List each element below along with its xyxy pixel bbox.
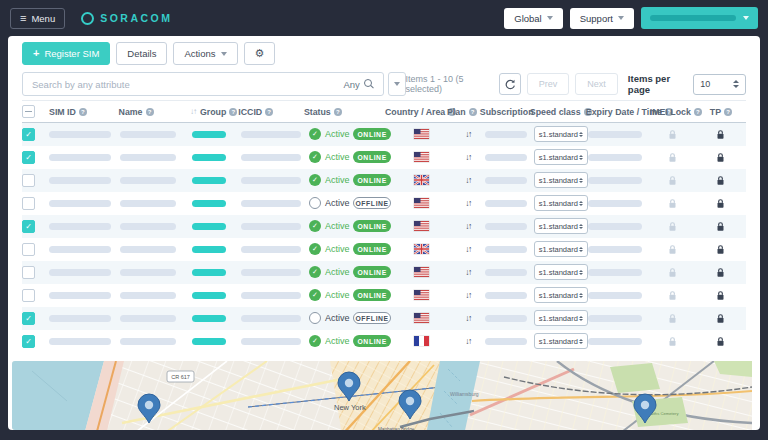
table-row[interactable]: Active ONLINE ↓↑ s1.standard xyxy=(22,330,746,353)
row-checkbox[interactable] xyxy=(22,174,35,187)
table-row[interactable]: Active ONLINE ↓↑ s1.standard xyxy=(22,215,746,238)
info-icon[interactable]: ? xyxy=(724,108,732,116)
row-checkbox[interactable] xyxy=(22,289,35,302)
tp-lock-icon[interactable] xyxy=(716,221,725,232)
select-all-checkbox[interactable] xyxy=(22,105,35,118)
imei-unlock-icon[interactable] xyxy=(668,129,677,140)
row-checkbox[interactable] xyxy=(22,266,35,279)
status-label: Active xyxy=(325,244,350,254)
tp-lock-icon[interactable] xyxy=(716,175,725,186)
actions-button[interactable]: Actions xyxy=(173,42,237,65)
tp-lock-icon[interactable] xyxy=(716,129,725,140)
imei-unlock-icon[interactable] xyxy=(668,336,677,347)
prev-page-button[interactable]: Prev xyxy=(527,73,570,95)
search-options-button[interactable] xyxy=(388,72,406,96)
table-row[interactable]: Active ONLINE ↓↑ s1.standard xyxy=(22,284,746,307)
group-redacted xyxy=(192,269,226,276)
row-checkbox[interactable] xyxy=(22,312,35,325)
group-redacted xyxy=(192,338,226,345)
tp-lock-icon[interactable] xyxy=(716,152,725,163)
column-header-imei-lock[interactable]: IMEI Lock? xyxy=(650,107,696,117)
imei-unlock-icon[interactable] xyxy=(668,313,677,324)
tp-lock-icon[interactable] xyxy=(716,313,725,324)
column-header-status[interactable]: Status? xyxy=(304,107,385,117)
column-header-expiry[interactable]: Expiry Date / Time? xyxy=(586,107,650,117)
row-checkbox[interactable] xyxy=(22,128,35,141)
next-page-button[interactable]: Next xyxy=(575,73,618,95)
column-header-iccid[interactable]: ICCID? xyxy=(238,107,304,117)
support-menu-button[interactable]: Support xyxy=(570,8,634,29)
country-flag-icon xyxy=(414,267,429,277)
map-city-label: New York xyxy=(334,403,366,412)
status-label: Active xyxy=(325,175,350,185)
imei-unlock-icon[interactable] xyxy=(668,267,677,278)
refresh-button[interactable] xyxy=(499,73,520,95)
info-icon[interactable]: ? xyxy=(469,108,477,116)
info-icon[interactable]: ? xyxy=(334,108,342,116)
column-header-country[interactable]: Country / Area? xyxy=(385,107,447,117)
sim-id-redacted xyxy=(49,338,111,345)
items-per-page-select[interactable]: 10 xyxy=(693,74,746,95)
connection-badge: ONLINE xyxy=(353,151,390,163)
table-row[interactable]: Active ONLINE ↓↑ s1.standard xyxy=(22,146,746,169)
table-row[interactable]: Active ONLINE ↓↑ s1.standard xyxy=(22,238,746,261)
speed-class-select[interactable]: s1.standard xyxy=(534,172,588,188)
imei-unlock-icon[interactable] xyxy=(668,290,677,301)
table-row[interactable]: Active OFFLINE ↓↑ s1.standard xyxy=(22,192,746,215)
status-label: Active xyxy=(325,313,350,323)
table-row[interactable]: Active OFFLINE ↓↑ s1.standard xyxy=(22,307,746,330)
info-icon[interactable]: ? xyxy=(146,108,154,116)
tp-lock-icon[interactable] xyxy=(716,290,725,301)
row-checkbox[interactable] xyxy=(22,243,35,256)
speed-class-select[interactable]: s1.standard xyxy=(534,218,588,234)
speed-class-select[interactable]: s1.standard xyxy=(534,241,588,257)
speed-class-select[interactable]: s1.standard xyxy=(534,126,588,142)
speed-class-select[interactable]: s1.standard xyxy=(534,287,588,303)
column-header-subscription[interactable]: Subscription xyxy=(480,107,530,117)
search-mode[interactable]: Any xyxy=(334,79,382,90)
row-checkbox[interactable] xyxy=(22,197,35,210)
speed-class-select[interactable]: s1.standard xyxy=(534,264,588,280)
row-checkbox[interactable] xyxy=(22,151,35,164)
details-button[interactable]: Details xyxy=(116,42,167,65)
column-header-speed-class[interactable]: Speed class? xyxy=(530,107,586,117)
register-sim-button[interactable]: + Register SIM xyxy=(22,42,110,65)
info-icon[interactable]: ? xyxy=(265,108,273,116)
speed-class-select[interactable]: s1.standard xyxy=(534,333,588,349)
country-flag-icon xyxy=(414,152,429,162)
tp-lock-icon[interactable] xyxy=(716,267,725,278)
column-header-plan[interactable]: Plan? xyxy=(447,107,480,117)
table-row[interactable]: Active ONLINE ↓↑ s1.standard xyxy=(22,261,746,284)
name-redacted xyxy=(120,315,176,322)
speed-class-select[interactable]: s1.standard xyxy=(534,195,588,211)
select-arrows-icon xyxy=(579,339,583,345)
settings-button[interactable]: ⚙ xyxy=(244,42,276,65)
table-row[interactable]: Active ONLINE ↓↑ s1.standard xyxy=(22,123,746,146)
plan-icon: ↓↑ xyxy=(465,152,471,162)
table-row[interactable]: Active ONLINE ↓↑ s1.standard xyxy=(22,169,746,192)
speed-class-select[interactable]: s1.standard xyxy=(534,149,588,165)
search-input[interactable] xyxy=(23,79,334,90)
info-icon[interactable]: ? xyxy=(229,108,237,116)
column-header-name[interactable]: Name? xyxy=(119,107,190,117)
sort-icon[interactable]: ↓↑ xyxy=(190,107,196,116)
column-header-sim-id[interactable]: SIM ID? xyxy=(49,107,119,117)
imei-unlock-icon[interactable] xyxy=(668,175,677,186)
global-menu-button[interactable]: Global xyxy=(504,8,562,29)
info-icon[interactable]: ? xyxy=(79,108,87,116)
imei-unlock-icon[interactable] xyxy=(668,221,677,232)
imei-unlock-icon[interactable] xyxy=(668,152,677,163)
map[interactable]: CR 617 New York Manhattan Bridge William… xyxy=(12,361,756,430)
row-checkbox[interactable] xyxy=(22,335,35,348)
column-header-group[interactable]: ↓↑Group? xyxy=(190,107,238,117)
speed-class-select[interactable]: s1.standard xyxy=(534,310,588,326)
tp-lock-icon[interactable] xyxy=(716,244,725,255)
tp-lock-icon[interactable] xyxy=(716,198,725,209)
tp-lock-icon[interactable] xyxy=(716,336,725,347)
column-header-tp[interactable]: TP? xyxy=(696,107,746,117)
imei-unlock-icon[interactable] xyxy=(668,198,677,209)
row-checkbox[interactable] xyxy=(22,220,35,233)
menu-button[interactable]: ≡ Menu xyxy=(10,8,65,29)
account-menu-button[interactable] xyxy=(641,7,758,29)
imei-unlock-icon[interactable] xyxy=(668,244,677,255)
